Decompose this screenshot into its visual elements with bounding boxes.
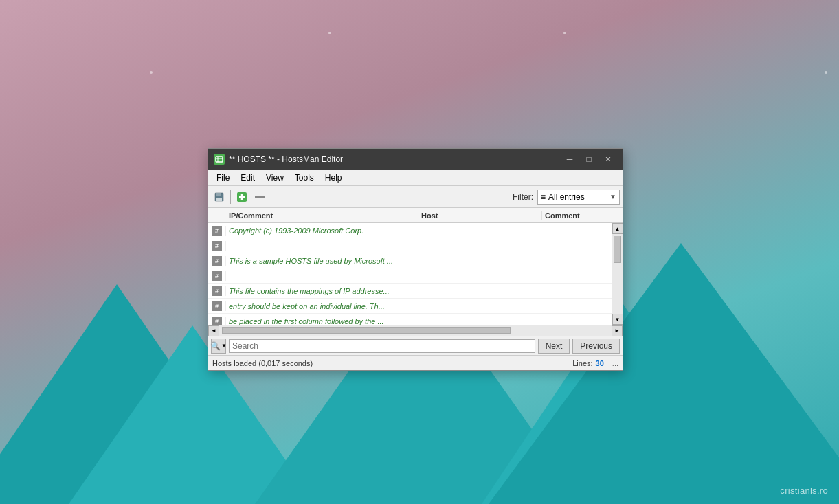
col-comment-header: Comment <box>542 211 612 220</box>
next-button[interactable]: Next <box>538 339 570 354</box>
hash-icon-5: # <box>212 301 222 311</box>
scrollbar-vertical[interactable]: ▲ ▼ <box>612 223 623 325</box>
status-bar: Hosts loaded (0,017 seconds) Lines: 30 .… <box>208 355 623 370</box>
hash-cell-1: # <box>208 241 226 251</box>
menu-tools[interactable]: Tools <box>289 172 320 184</box>
previous-button[interactable]: Previous <box>572 339 620 354</box>
svg-rect-5 <box>216 198 222 201</box>
hash-icon-3: # <box>212 271 222 281</box>
hash-icon-6: # <box>212 317 222 325</box>
dot3 <box>150 71 153 74</box>
filter-icon: ≡ <box>541 192 546 202</box>
table-row[interactable]: # be placed in the first column followed… <box>208 314 612 325</box>
maximize-button[interactable]: □ <box>580 152 598 166</box>
svg-rect-4 <box>216 193 221 196</box>
table-row[interactable]: # This file contains the mappings of IP … <box>208 284 612 299</box>
dot2 <box>563 32 566 34</box>
hash-icon-0: # <box>212 226 222 236</box>
menu-help[interactable]: Help <box>320 172 348 184</box>
menu-bar: File Edit View Tools Help <box>208 170 623 186</box>
dot1 <box>328 32 331 34</box>
scroll-left-button[interactable]: ◄ <box>208 325 219 336</box>
filter-label: Filter: <box>513 192 533 202</box>
scroll-right-button[interactable]: ► <box>612 325 623 336</box>
window-controls: ─ □ ✕ <box>561 152 617 166</box>
hash-icon-4: # <box>212 286 222 296</box>
ip-cell-4: This file contains the mappings of IP ad… <box>226 287 418 295</box>
table-row[interactable]: # entry should be kept on an individual … <box>208 299 612 314</box>
search-input[interactable] <box>229 339 535 353</box>
toolbar: Filter: ≡ All entries ▼ <box>208 186 623 208</box>
ip-cell-0: Copyright (c) 1993-2009 Microsoft Corp. <box>226 227 418 235</box>
hash-cell-5: # <box>208 301 226 311</box>
scroll-up-button[interactable]: ▲ <box>612 223 623 234</box>
scrollbar-horizontal[interactable]: ◄ ► <box>208 325 623 336</box>
toolbar-sep1 <box>230 190 231 204</box>
ip-cell-6: be placed in the first column followed b… <box>226 317 418 325</box>
hash-icon-1: # <box>212 241 222 251</box>
window-title: ** HOSTS ** - HostsMan Editor <box>229 154 561 164</box>
menu-edit[interactable]: Edit <box>235 172 260 184</box>
status-text: Hosts loaded (0,017 seconds) <box>212 359 313 367</box>
lines-label: Lines: <box>572 359 592 367</box>
ip-cell-5: entry should be kept on an individual li… <box>226 302 418 310</box>
scroll-thumb-v[interactable] <box>614 236 621 263</box>
scroll-thumb-h[interactable] <box>222 327 511 334</box>
title-bar: ** HOSTS ** - HostsMan Editor ─ □ ✕ <box>208 149 623 170</box>
filter-chevron-down-icon: ▼ <box>609 193 616 201</box>
svg-rect-0 <box>216 157 223 162</box>
scroll-track-h[interactable] <box>219 325 612 336</box>
hash-cell-0: # <box>208 226 226 236</box>
scroll-down-button[interactable]: ▼ <box>612 314 623 325</box>
hash-cell-3: # <box>208 271 226 281</box>
table-with-scrollbar: # Copyright (c) 1993-2009 Microsoft Corp… <box>208 223 623 325</box>
add-entry-button[interactable] <box>234 189 250 205</box>
table-rows: # Copyright (c) 1993-2009 Microsoft Corp… <box>208 223 612 325</box>
search-icon: 🔍 <box>210 341 221 351</box>
app-window: ** HOSTS ** - HostsMan Editor ─ □ ✕ File… <box>208 148 623 371</box>
status-lines: Lines: 30 <box>572 359 604 367</box>
hash-cell-6: # <box>208 317 226 325</box>
close-button[interactable]: ✕ <box>599 152 617 166</box>
hash-icon-2: # <box>212 256 222 266</box>
save-button[interactable] <box>211 189 227 205</box>
search-bar: 🔍 ▼ Next Previous <box>208 336 623 355</box>
hash-cell-2: # <box>208 256 226 266</box>
search-dropdown-icon: ▼ <box>221 343 227 349</box>
status-dots: ... <box>612 359 618 367</box>
table-row[interactable]: # <box>208 268 612 284</box>
app-icon <box>214 154 225 165</box>
filter-dropdown[interactable]: ≡ All entries ▼ <box>537 190 620 205</box>
remove-entry-button[interactable] <box>251 189 268 205</box>
watermark: cristianls.ro <box>780 485 828 496</box>
minimize-button[interactable]: ─ <box>561 152 579 166</box>
table-header: IP/Comment Host Comment <box>208 208 623 223</box>
table-row[interactable]: # <box>208 238 612 253</box>
col-ip-header: IP/Comment <box>226 211 418 220</box>
menu-file[interactable]: File <box>211 172 235 184</box>
hash-cell-4: # <box>208 286 226 296</box>
menu-view[interactable]: View <box>260 172 289 184</box>
col-host-header: Host <box>418 211 542 220</box>
search-icon-button[interactable]: 🔍 ▼ <box>211 339 226 354</box>
lines-count: 30 <box>596 359 604 367</box>
svg-rect-9 <box>255 196 265 198</box>
filter-value: All entries <box>548 192 585 202</box>
table-row[interactable]: # This is a sample HOSTS file used by Mi… <box>208 253 612 268</box>
dot4 <box>825 71 827 74</box>
table-container: IP/Comment Host Comment # Copyright (c) … <box>208 208 623 336</box>
table-row[interactable]: # Copyright (c) 1993-2009 Microsoft Corp… <box>208 223 612 238</box>
ip-cell-2: This is a sample HOSTS file used by Micr… <box>226 257 418 265</box>
scroll-track-v[interactable] <box>612 234 623 314</box>
